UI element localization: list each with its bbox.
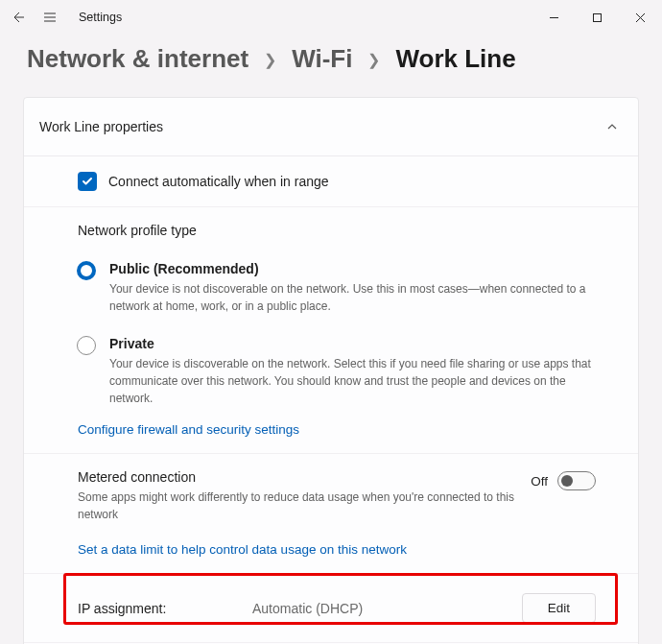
data-limit-link[interactable]: Set a data limit to help control data us… bbox=[78, 542, 407, 557]
ip-assignment-value: Automatic (DHCP) bbox=[252, 601, 510, 616]
radio-public-desc: Your device is not discoverable on the n… bbox=[109, 280, 596, 315]
settings-window: Settings Network & internet ❯ Wi-Fi ❯ Wo… bbox=[0, 0, 662, 644]
window-title: Settings bbox=[79, 11, 122, 24]
back-button[interactable] bbox=[10, 10, 25, 25]
metered-title: Metered connection bbox=[78, 469, 515, 485]
breadcrumb-root[interactable]: Network & internet bbox=[27, 44, 248, 74]
properties-expander[interactable]: Work Line properties bbox=[24, 98, 638, 156]
properties-title: Work Line properties bbox=[39, 119, 163, 134]
chevron-right-icon: ❯ bbox=[264, 51, 276, 69]
chevron-right-icon: ❯ bbox=[367, 51, 380, 69]
metered-toggle[interactable] bbox=[557, 471, 596, 490]
svg-rect-0 bbox=[594, 13, 602, 21]
radio-public[interactable]: Public (Recommended) Your device is not … bbox=[77, 261, 596, 315]
menu-icon[interactable] bbox=[42, 10, 58, 25]
metered-toggle-state: Off bbox=[531, 474, 548, 489]
metered-desc: Some apps might work differently to redu… bbox=[78, 489, 515, 523]
radio-icon bbox=[77, 261, 96, 280]
profile-type-title: Network profile type bbox=[78, 223, 596, 238]
radio-public-title: Public (Recommended) bbox=[109, 261, 596, 276]
ip-assignment-label: IP assignment: bbox=[78, 601, 241, 616]
radio-private[interactable]: Private Your device is discoverable on t… bbox=[77, 336, 596, 407]
radio-icon bbox=[77, 336, 96, 355]
breadcrumb-mid[interactable]: Wi-Fi bbox=[292, 44, 352, 74]
breadcrumb: Network & internet ❯ Wi-Fi ❯ Work Line bbox=[0, 35, 662, 97]
radio-private-desc: Your device is discoverable on the netwo… bbox=[109, 355, 596, 407]
ip-edit-button[interactable]: Edit bbox=[522, 593, 596, 623]
firewall-link[interactable]: Configure firewall and security settings bbox=[78, 422, 299, 437]
breadcrumb-current: Work Line bbox=[395, 44, 515, 74]
close-button[interactable] bbox=[619, 3, 662, 32]
maximize-button[interactable] bbox=[576, 3, 619, 32]
titlebar: Settings bbox=[0, 0, 662, 35]
auto-connect-checkbox[interactable] bbox=[78, 172, 97, 191]
radio-private-title: Private bbox=[109, 336, 596, 351]
auto-connect-label: Connect automatically when in range bbox=[108, 174, 329, 189]
minimize-button[interactable] bbox=[532, 3, 576, 32]
properties-card: Work Line properties Connect automatical… bbox=[23, 97, 639, 644]
chevron-up-icon bbox=[605, 120, 619, 133]
